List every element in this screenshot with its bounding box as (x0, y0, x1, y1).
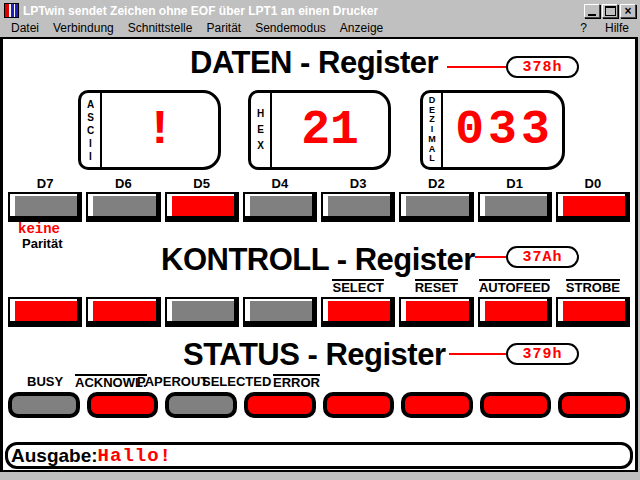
kontroll-bit-5[interactable] (165, 297, 239, 327)
signal-label-error: ERROR (273, 374, 320, 390)
daten-register-title: DATEN - Register (190, 47, 438, 78)
daten-bit-3 (321, 192, 395, 222)
daten-bit-4 (243, 192, 317, 222)
kontroll-register-title: KONTROLL - Register (161, 244, 475, 275)
signal-label-selected: SELECTED (202, 374, 271, 389)
status-address-line (449, 353, 507, 355)
kontroll-bit-6[interactable] (86, 297, 160, 327)
status-bit-1 (480, 392, 552, 418)
daten-bit-7 (8, 192, 82, 222)
bit-label-d4: D4 (243, 176, 317, 191)
app-icon[interactable] (4, 3, 19, 18)
status-bits-row (8, 392, 630, 418)
menu-right: ?Hilfe (571, 21, 638, 35)
menu-bar: DateiVerbindungSchnittstelleParitätSende… (2, 19, 638, 37)
signal-label-autofeed: AUTOFEED (479, 279, 550, 295)
bit-label-d1: D1 (478, 176, 552, 191)
client-area: DATEN - Register 378h ASCII ! HEX 21 DEZ… (0, 37, 638, 472)
lptwin-window: LPTwin sendet Zeichen ohne EOF über LPT1… (0, 0, 640, 480)
dezimal-display-box: DEZIMAL 033 (420, 90, 565, 170)
menu-item-schnittstelle[interactable]: Schnittstelle (121, 21, 200, 35)
menu-item-help[interactable]: ? (571, 21, 596, 35)
close-button[interactable]: × (620, 4, 636, 18)
paritaet-label: Parität (22, 236, 62, 251)
status-bit-4 (244, 392, 316, 418)
daten-bit-6 (86, 192, 160, 222)
kontroll-address-line (475, 256, 507, 258)
kontroll-bit-7[interactable] (8, 297, 82, 327)
daten-bit-1 (478, 192, 552, 222)
status-bit-7 (8, 392, 80, 418)
bit-label-d2: D2 (399, 176, 473, 191)
bit-label-d3: D3 (321, 176, 395, 191)
signal-label-busy: BUSY (27, 374, 63, 389)
status-bit-0 (558, 392, 630, 418)
daten-bit-labels: D7D6D5D4D3D2D1D0 (8, 176, 630, 191)
status-address-badge: 379h (506, 343, 579, 365)
signal-label-reset: RESET (415, 279, 458, 295)
bit-label-d0: D0 (556, 176, 630, 191)
status-register-title: STATUS - Register (183, 339, 446, 370)
minimize-button[interactable] (584, 4, 600, 18)
status-bit-2 (401, 392, 473, 418)
menu-left: DateiVerbindungSchnittstelleParitätSende… (4, 21, 390, 35)
title-bar: LPTwin sendet Zeichen ohne EOF über LPT1… (2, 2, 638, 19)
hex-display-box: HEX 21 (248, 90, 391, 170)
hex-value: 21 (272, 93, 388, 167)
bit-label-d5: D5 (165, 176, 239, 191)
dezimal-value: 033 (443, 93, 562, 167)
kontroll-bit-3[interactable] (321, 297, 395, 327)
dezimal-label: DEZIMAL (423, 93, 443, 167)
menu-item-anzeige[interactable]: Anzeige (333, 21, 390, 35)
bit-label-d6: D6 (86, 176, 160, 191)
output-value: Hallo! (98, 445, 172, 467)
menu-item-sendemodus[interactable]: Sendemodus (248, 21, 333, 35)
daten-bits-row (8, 192, 630, 222)
kontroll-address-badge: 37Ah (506, 246, 579, 268)
status-bit-6 (87, 392, 159, 418)
minimize-icon (588, 14, 596, 16)
window-title: LPTwin sendet Zeichen ohne EOF über LPT1… (23, 4, 378, 18)
maximize-button[interactable] (602, 4, 618, 18)
ascii-value: ! (102, 93, 218, 167)
daten-bit-5 (165, 192, 239, 222)
ascii-display-box: ASCII ! (78, 90, 221, 170)
window-controls: × (584, 4, 636, 18)
bit-label-d7: D7 (8, 176, 82, 191)
output-box: Ausgabe: Hallo! (5, 442, 633, 469)
menu-item-datei[interactable]: Datei (4, 21, 46, 35)
menu-item-paritt[interactable]: Parität (199, 21, 248, 35)
signal-label-strobe: STROBE (566, 279, 620, 295)
hex-label: HEX (251, 93, 272, 167)
ascii-label: ASCII (81, 93, 102, 167)
status-signal-labels: BUSYACKNOWL.PAPEROUTSELECTEDERROR (3, 374, 635, 390)
kontroll-bit-1[interactable] (478, 297, 552, 327)
status-bit-5 (165, 392, 237, 418)
signal-label-paperout: PAPEROUT (137, 374, 208, 389)
signal-label-select: SELECT (332, 279, 383, 295)
menu-item-hilfe[interactable]: Hilfe (596, 21, 638, 35)
daten-address-line (447, 66, 507, 68)
paritaet-value: keine (18, 221, 60, 237)
daten-bit-0 (556, 192, 630, 222)
signal-label-acknowl: ACKNOWL. (75, 374, 147, 390)
kontroll-bits-row (8, 297, 630, 327)
kontroll-bit-4[interactable] (243, 297, 317, 327)
daten-bit-2 (399, 192, 473, 222)
kontroll-bit-2[interactable] (399, 297, 473, 327)
maximize-icon (605, 6, 616, 16)
kontroll-signal-labels: SELECTRESETAUTOFEEDSTROBE (8, 279, 630, 295)
status-bit-3 (323, 392, 395, 418)
close-icon: × (624, 5, 631, 17)
kontroll-bit-0[interactable] (556, 297, 630, 327)
menu-item-verbindung[interactable]: Verbindung (46, 21, 121, 35)
daten-address-badge: 378h (506, 56, 579, 78)
output-label: Ausgabe: (11, 445, 98, 467)
